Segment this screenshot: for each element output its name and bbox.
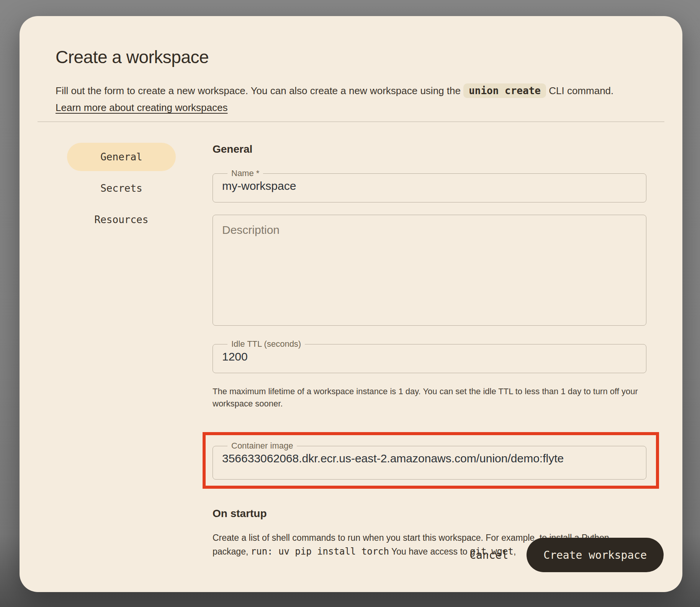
idle-ttl-field-label: Idle TTL (seconds) (227, 339, 305, 349)
name-field-label: Name * (227, 169, 263, 178)
tab-secrets[interactable]: Secrets (67, 174, 176, 202)
tab-resources[interactable]: Resources (67, 206, 176, 234)
learn-more-link[interactable]: Learn more about creating workspaces (56, 102, 227, 114)
description-input[interactable] (213, 215, 646, 325)
general-form: General Name * Idle TTL (seconds) The ma… (213, 143, 646, 558)
name-field: Name * (213, 169, 646, 202)
name-input[interactable] (222, 178, 637, 193)
idle-ttl-field: Idle TTL (seconds) (213, 339, 646, 373)
section-title-on-startup: On startup (213, 507, 646, 520)
dialog-content: General Secrets Resources General Name *… (56, 143, 646, 558)
header-divider (38, 121, 664, 122)
section-title-general: General (213, 143, 646, 156)
dialog-title: Create a workspace (56, 47, 646, 67)
subtitle-text-end: CLI command. (549, 85, 613, 96)
subtitle-text: Fill out the form to create a new worksp… (56, 85, 463, 96)
cancel-button[interactable]: Cancel (469, 549, 508, 561)
container-image-input[interactable] (222, 450, 637, 465)
container-image-field: Container image (213, 441, 646, 480)
create-workspace-dialog: Create a workspace Fill out the form to … (20, 16, 682, 592)
tab-general[interactable]: General (67, 143, 176, 171)
dialog-subtitle: Fill out the form to create a new worksp… (56, 83, 646, 98)
startup-text: You have access to (389, 547, 470, 556)
idle-ttl-input[interactable] (222, 349, 637, 363)
cli-command-chip: union create (463, 83, 546, 98)
description-field (213, 215, 646, 326)
idle-ttl-helper-text: The maximum lifetime of a workspace inst… (213, 385, 646, 410)
settings-nav: General Secrets Resources (67, 143, 176, 558)
startup-code-run-command: run: uv pip install torch (251, 546, 389, 557)
container-image-field-label: Container image (227, 441, 297, 450)
dialog-footer: Cancel Create workspace (469, 538, 664, 572)
container-image-field-wrap: Container image (213, 441, 646, 480)
create-workspace-button[interactable]: Create workspace (527, 538, 664, 572)
